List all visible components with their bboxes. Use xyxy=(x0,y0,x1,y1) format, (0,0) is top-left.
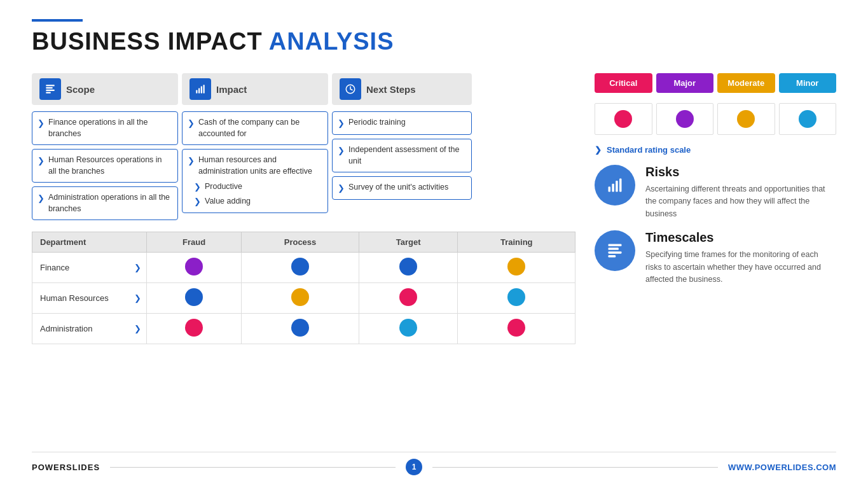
scope-header: Scope xyxy=(32,73,178,105)
table-dot xyxy=(399,258,417,275)
row-arrow-icon: ❯ xyxy=(134,324,141,333)
legend-badges: Critical Major Moderate Minor xyxy=(595,73,836,93)
impact-sub-1-text: Productive xyxy=(205,181,242,193)
left-section: Scope Impact xyxy=(32,73,575,445)
svg-rect-2 xyxy=(46,90,55,91)
process-cell xyxy=(242,314,359,344)
impact-sub-1: ❯ Productive xyxy=(194,181,321,193)
impact-sub-2-text: Value adding xyxy=(205,196,251,207)
page-title: BUSINESS IMPACT ANALYSIS xyxy=(32,28,836,55)
dot-minor xyxy=(799,110,816,128)
scope-label: Scope xyxy=(66,84,95,95)
three-col-content: ❯ Finance operations in all the branches… xyxy=(32,111,575,220)
col-header-training: Training xyxy=(458,232,575,253)
badge-moderate: Moderate xyxy=(717,73,775,93)
svg-rect-15 xyxy=(609,251,622,254)
dot-major xyxy=(676,110,694,128)
col-header-process: Process xyxy=(242,232,359,253)
row-arrow-icon: ❯ xyxy=(134,293,141,303)
svg-rect-13 xyxy=(609,244,622,247)
legend-dot-minor xyxy=(779,103,837,135)
rating-arrow-icon: ❯ xyxy=(595,145,602,155)
footer: POWERSLIDES 1 WWW.POWERLIDES.COM xyxy=(32,452,836,475)
dot-moderate xyxy=(737,110,755,128)
col-header-dept: Department xyxy=(32,232,147,253)
svg-rect-3 xyxy=(46,92,51,94)
legend-dot-major xyxy=(656,103,714,135)
risks-title: Risks xyxy=(645,165,836,179)
dot-critical xyxy=(614,110,632,128)
table-dot xyxy=(291,319,309,337)
header-accent-line xyxy=(32,19,83,22)
risks-card: Risks Ascertaining different threats and… xyxy=(595,165,836,220)
timescales-title: Timescales xyxy=(645,230,836,245)
svg-rect-4 xyxy=(196,90,197,94)
table-dot xyxy=(507,288,525,306)
badge-critical: Critical xyxy=(595,73,652,93)
nextsteps-item-3: ❯ Survey of the unit's activities xyxy=(332,176,472,200)
footer-url: WWW.POWERLIDES.COM xyxy=(728,463,836,472)
svg-rect-14 xyxy=(609,247,619,250)
impact-column: ❯ Cash of the company can be accounted f… xyxy=(182,111,328,220)
nextsteps-item-2: ❯ Independent assessment of the unit xyxy=(332,139,472,172)
table-dot xyxy=(185,288,203,306)
arrow-icon: ❯ xyxy=(338,145,345,157)
column-headers: Scope Impact xyxy=(32,73,575,105)
dept-cell: Human Resources❯ xyxy=(32,283,147,314)
nextsteps-column: ❯ Periodic training ❯ Independent assess… xyxy=(332,111,472,220)
scope-item-2-text: Human Resources operations in all the br… xyxy=(48,155,171,177)
target-cell xyxy=(359,253,458,283)
scope-item-1-text: Finance operations in all the branches xyxy=(48,117,171,139)
nextsteps-label: Next Steps xyxy=(366,84,416,95)
title-blue: ANALYSIS xyxy=(269,28,394,55)
nextsteps-header: Next Steps xyxy=(332,73,472,105)
timescales-content: Timescales Specifying time frames for th… xyxy=(645,230,836,286)
nextsteps-item-2-text: Independent assessment of the unit xyxy=(348,144,465,167)
standard-rating-text: Standard rating scale xyxy=(607,145,691,155)
col-header-fraud: Fraud xyxy=(147,232,242,253)
arrow-icon: ❯ xyxy=(38,193,45,204)
table-dot xyxy=(291,288,309,306)
dept-name: Finance xyxy=(40,263,69,272)
arrow-icon: ❯ xyxy=(38,118,45,129)
fraud-cell xyxy=(147,253,242,283)
legend-dot-moderate xyxy=(717,103,775,135)
footer-brand: POWERSLIDES xyxy=(32,463,100,472)
table-row: Human Resources❯ xyxy=(32,283,575,314)
table-dot xyxy=(399,288,417,306)
training-cell xyxy=(458,283,575,314)
standard-rating[interactable]: ❯ Standard rating scale xyxy=(595,145,836,155)
impact-item-2-text: Human resources and administration units… xyxy=(198,155,321,177)
col-header-target: Target xyxy=(359,232,458,253)
impact-item-2: ❯ Human resources and administration uni… xyxy=(182,149,328,213)
svg-rect-12 xyxy=(619,179,622,192)
svg-rect-0 xyxy=(46,85,55,86)
scope-item-3-text: Administration operations in all the bra… xyxy=(48,192,171,214)
svg-rect-9 xyxy=(609,186,611,192)
timescales-icon-circle xyxy=(595,230,635,271)
impact-item-1: ❯ Cash of the company can be accounted f… xyxy=(182,111,328,145)
timescales-card: Timescales Specifying time frames for th… xyxy=(595,230,836,286)
table-dot xyxy=(291,258,309,275)
impact-item-1-text: Cash of the company can be accounted for xyxy=(198,117,321,139)
svg-rect-16 xyxy=(609,255,616,258)
training-cell xyxy=(458,314,575,344)
arrow-icon: ❯ xyxy=(338,183,345,194)
table-row: Administration❯ xyxy=(32,314,575,344)
dept-cell: Finance❯ xyxy=(32,253,147,283)
table-dot xyxy=(399,319,417,337)
risks-content: Risks Ascertaining different threats and… xyxy=(645,165,836,220)
scope-column: ❯ Finance operations in all the branches… xyxy=(32,111,178,220)
impact-label: Impact xyxy=(216,84,247,95)
impact-sub-2: ❯ Value adding xyxy=(194,195,321,207)
row-arrow-icon: ❯ xyxy=(134,263,141,272)
badge-minor: Minor xyxy=(779,73,837,93)
training-cell xyxy=(458,253,575,283)
legend-dot-critical xyxy=(595,103,652,135)
svg-rect-6 xyxy=(201,87,202,94)
dept-cell: Administration❯ xyxy=(32,314,147,344)
scope-item-2: ❯ Human Resources operations in all the … xyxy=(32,149,178,183)
badge-major: Major xyxy=(656,73,714,93)
scope-item-3: ❯ Administration operations in all the b… xyxy=(32,186,178,220)
right-section: Critical Major Moderate Minor xyxy=(595,73,836,445)
